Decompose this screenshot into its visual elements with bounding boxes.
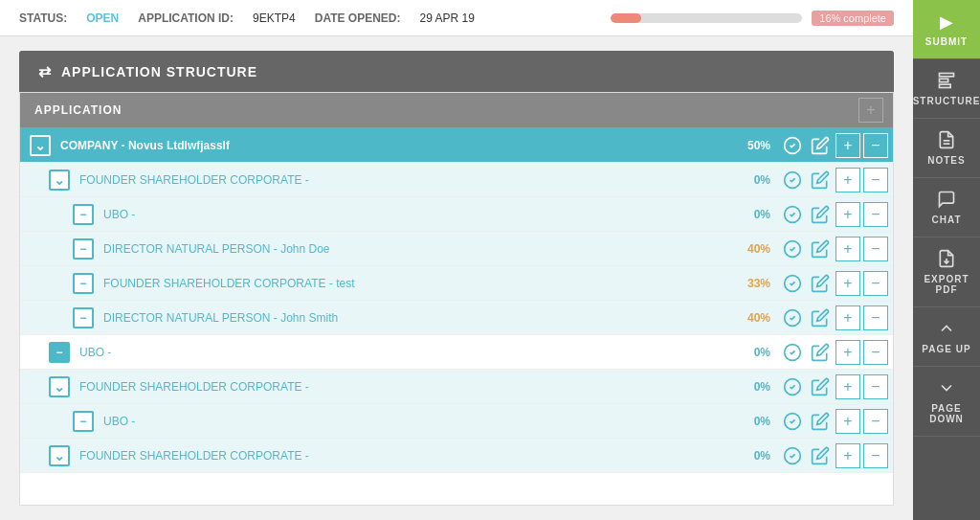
app-id-value: 9EKTP4 [253,11,296,25]
remove-button[interactable]: − [863,340,888,365]
submit-label: SUBMIT [925,36,968,47]
row-label: FOUNDER SHAREHOLDER CORPORATE - [70,380,727,394]
add-top-button[interactable]: + [858,98,883,123]
toggle-collapse[interactable]: − [73,204,94,225]
toggle-collapse[interactable]: − [73,273,94,294]
remove-button[interactable]: − [863,409,888,434]
add-button[interactable]: + [835,374,860,399]
progress-badge: 16% complete [812,11,894,26]
add-button[interactable]: + [835,443,860,468]
check-icon[interactable] [780,237,805,261]
export-icon [937,249,956,270]
toggle-collapse[interactable]: ⌄ [30,135,51,156]
table-row: − UBO - 0% + − [20,404,893,439]
notes-label: NOTES [927,155,965,166]
row-percent: 0% [727,173,775,187]
add-button[interactable]: + [835,305,860,330]
row-actions: + − [775,443,893,468]
remove-button[interactable]: − [863,133,888,158]
row-percent: 40% [727,311,775,325]
add-button[interactable]: + [835,271,860,296]
add-button[interactable]: + [835,168,860,192]
remove-button[interactable]: − [863,271,888,296]
check-icon[interactable] [780,409,805,434]
row-actions: + − [775,237,893,261]
table-row: ⌄ COMPANY - Novus Ltdlwfjasslf 50% + − [20,128,893,163]
main-content: STATUS: OPEN APPLICATION ID: 9EKTP4 DATE… [0,0,913,520]
chat-icon [937,190,956,211]
check-icon[interactable] [780,271,805,296]
edit-icon[interactable] [808,443,833,468]
structure-icon: ⇄ [38,62,52,80]
add-button[interactable]: + [835,237,860,261]
remove-button[interactable]: − [863,305,888,330]
add-button[interactable]: + [835,202,860,227]
progress-bar-fill [611,13,641,23]
date-value: 29 APR 19 [420,11,475,25]
add-button[interactable]: + [835,133,860,158]
edit-icon[interactable] [808,202,833,227]
add-button[interactable]: + [835,409,860,434]
table-row: ⌄ FOUNDER SHAREHOLDER CORPORATE - 0% + − [20,163,893,197]
remove-button[interactable]: − [863,168,888,192]
notes-button[interactable]: NOTES [913,119,980,178]
date-label: DATE OPENED: [315,11,401,25]
structure-icon [937,71,956,92]
edit-icon[interactable] [808,374,833,399]
row-label: FOUNDER SHAREHOLDER CORPORATE - [70,449,727,463]
edit-icon[interactable] [808,305,833,330]
remove-button[interactable]: − [863,237,888,261]
status-value: OPEN [86,11,119,25]
edit-icon[interactable] [808,133,833,158]
row-label: COMPANY - Novus Ltdlwfjasslf [51,139,727,152]
structure-button[interactable]: STRUCTURE [913,59,980,119]
toggle-collapse[interactable]: ⌄ [49,445,70,466]
row-percent: 0% [727,208,775,221]
check-icon[interactable] [780,340,805,365]
submit-button[interactable]: ▶ SUBMIT [913,0,980,59]
row-label: UBO - [94,208,727,221]
row-label: FOUNDER SHAREHOLDER CORPORATE - test [94,277,727,290]
svg-rect-10 [940,74,954,77]
toggle-collapse[interactable]: ⌄ [49,170,70,191]
edit-icon[interactable] [808,168,833,192]
add-button[interactable]: + [835,340,860,365]
toggle-collapse[interactable]: − [49,342,70,363]
toggle-collapse[interactable]: ⌄ [49,376,70,397]
status-label: STATUS: [19,11,67,25]
app-structure-header: ⇄ APPLICATION STRUCTURE [19,51,894,92]
check-icon[interactable] [780,133,805,158]
edit-icon[interactable] [808,271,833,296]
table-row: − DIRECTOR NATURAL PERSON - John Doe 40%… [20,232,893,266]
toggle-collapse[interactable]: − [73,238,94,260]
export-pdf-button[interactable]: EXPORT PDF [913,237,980,307]
progress-bar-background [611,13,802,23]
check-icon[interactable] [780,202,805,227]
check-icon[interactable] [780,168,805,192]
remove-button[interactable]: − [863,374,888,399]
notes-icon [937,130,956,151]
toggle-collapse[interactable]: − [73,411,94,432]
check-icon[interactable] [780,374,805,399]
remove-button[interactable]: − [863,443,888,468]
section-header: APPLICATION [20,96,849,124]
page-down-icon [937,378,956,399]
app-table-container[interactable]: APPLICATION + ⌄ COMPANY - Novus Ltdlwfja… [19,92,894,506]
row-actions: + − [775,202,893,227]
edit-icon[interactable] [808,340,833,365]
check-icon[interactable] [780,443,805,468]
check-icon[interactable] [780,305,805,330]
chat-button[interactable]: CHAT [913,178,980,237]
page-down-button[interactable]: PAGE DOWN [913,367,980,437]
row-percent: 0% [727,449,775,463]
app-id-label: APPLICATION ID: [138,11,234,25]
edit-icon[interactable] [808,409,833,434]
row-percent: 0% [727,415,775,428]
row-actions: + − [775,168,893,192]
toggle-collapse[interactable]: − [73,307,94,328]
page-up-button[interactable]: PAGE UP [913,307,980,367]
remove-button[interactable]: − [863,202,888,227]
row-actions: + − [775,340,893,365]
edit-icon[interactable] [808,237,833,261]
row-actions: + − [775,305,893,330]
